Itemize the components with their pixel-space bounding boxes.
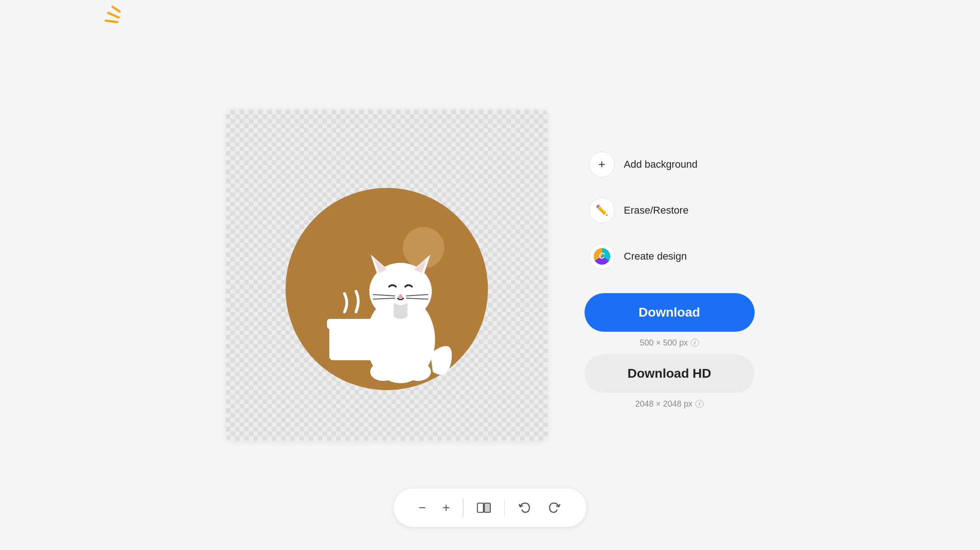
redo-button[interactable] [539, 497, 570, 518]
svg-line-0 [113, 7, 120, 11]
download-section: Download 500 × 500 px i Download HD 2048… [585, 293, 755, 409]
standard-size-info: 500 × 500 px i [640, 338, 699, 348]
svg-point-18 [370, 363, 396, 381]
download-hd-button[interactable]: Download HD [585, 354, 755, 393]
canvas-image [267, 156, 506, 395]
compare-icon [476, 500, 491, 515]
erase-restore-icon-circle: ✏️ [589, 198, 615, 223]
canva-icon: C [594, 248, 610, 265]
spark-decoration [87, 5, 124, 32]
erase-icon: ✏️ [596, 204, 608, 216]
main-content: + Add background ✏️ Erase/Restore C Crea… [226, 110, 755, 441]
add-background-button[interactable]: + Add background [585, 142, 755, 187]
zoom-in-button[interactable]: + [434, 497, 458, 519]
svg-point-19 [405, 363, 431, 381]
download-button[interactable]: Download [585, 293, 755, 332]
undo-button[interactable] [509, 497, 539, 518]
svg-line-2 [106, 21, 117, 22]
standard-size-info-icon[interactable]: i [691, 339, 699, 347]
erase-restore-button[interactable]: ✏️ Erase/Restore [585, 187, 755, 233]
right-panel: + Add background ✏️ Erase/Restore C Crea… [585, 142, 755, 409]
hd-size-info-icon[interactable]: i [695, 400, 704, 408]
compare-button[interactable] [468, 497, 499, 519]
add-background-icon-circle: + [589, 152, 615, 177]
bottom-toolbar: − + [394, 488, 587, 527]
undo-icon [517, 501, 531, 515]
toolbar-divider-2 [504, 499, 505, 517]
add-background-label: Add background [624, 159, 698, 170]
zoom-out-button[interactable]: − [410, 497, 434, 519]
create-design-button[interactable]: C Create design [585, 233, 755, 279]
plus-icon: + [598, 157, 605, 171]
hd-size-info: 2048 × 2048 px i [635, 399, 704, 409]
toolbar-divider-1 [463, 499, 464, 517]
redo-icon [548, 501, 562, 515]
create-design-label: Create design [624, 250, 687, 262]
create-design-icon-circle: C [589, 244, 615, 269]
svg-line-1 [108, 13, 119, 17]
svg-rect-20 [477, 503, 483, 512]
erase-restore-label: Erase/Restore [624, 204, 689, 216]
svg-rect-21 [484, 503, 490, 512]
canvas-area [226, 110, 548, 441]
